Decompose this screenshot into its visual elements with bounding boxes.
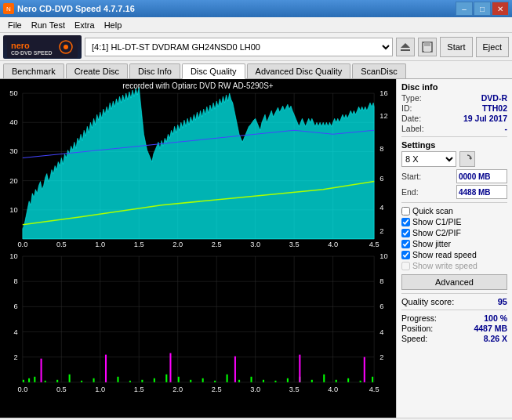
svg-rect-80 [56, 380, 58, 382]
tab-disc-info[interactable]: Disc Info [129, 63, 180, 78]
svg-rect-92 [202, 378, 204, 382]
svg-rect-76 [23, 380, 24, 382]
svg-text:0.0: 0.0 [17, 241, 27, 248]
svg-text:6: 6 [14, 302, 18, 310]
svg-text:4.0: 4.0 [328, 241, 338, 248]
divider-3 [401, 293, 507, 294]
tab-disc-quality[interactable]: Disc Quality [182, 63, 245, 79]
end-field[interactable] [456, 185, 507, 199]
date-value: 19 Jul 2017 [463, 114, 507, 123]
speed-selector[interactable]: 8 X 4 X 2 X MAX [401, 151, 456, 167]
start-field[interactable] [456, 169, 507, 183]
svg-marker-5 [401, 43, 410, 48]
svg-rect-95 [238, 380, 240, 382]
svg-text:2: 2 [379, 353, 383, 361]
menu-run-test[interactable]: Run Test [27, 19, 70, 31]
svg-text:2.0: 2.0 [172, 386, 183, 393]
progress-row: Progress: 100 % [401, 313, 507, 323]
svg-text:4.0: 4.0 [328, 386, 338, 393]
tab-benchmark[interactable]: Benchmark [3, 63, 64, 78]
tab-advanced-disc-quality[interactable]: Advanced Disc Quality [247, 63, 351, 78]
minimize-button[interactable]: – [456, 2, 473, 16]
svg-rect-112 [364, 357, 365, 382]
advanced-button[interactable]: Advanced [401, 274, 507, 290]
svg-rect-101 [311, 380, 313, 382]
speed-row: 8 X 4 X 2 X MAX [401, 151, 507, 167]
chart-title: recorded with Optiarc DVD RW AD-5290S+ [122, 81, 273, 90]
show-jitter-checkbox[interactable] [401, 240, 410, 248]
chart-area: recorded with Optiarc DVD RW AD-5290S+ [0, 79, 396, 418]
title-bar: N Nero CD-DVD Speed 4.7.7.16 – □ ✕ [0, 0, 512, 17]
disc-info-title: Disc info [401, 82, 507, 92]
divider-2 [401, 202, 507, 203]
quick-scan-checkbox[interactable] [401, 207, 410, 215]
show-write-speed-checkbox [401, 262, 410, 270]
svg-rect-99 [287, 378, 289, 382]
svg-rect-82 [81, 381, 82, 382]
svg-text:3.5: 3.5 [289, 241, 300, 248]
quality-label: Quality score: [401, 297, 454, 306]
tab-create-disc[interactable]: Create Disc [66, 63, 128, 78]
app-title: Nero CD-DVD Speed 4.7.7.16 [17, 4, 135, 13]
svg-text:4: 4 [14, 328, 18, 336]
save-icon[interactable] [418, 38, 437, 56]
menu-file[interactable]: File [3, 19, 27, 31]
main-content: recorded with Optiarc DVD RW AD-5290S+ [0, 79, 512, 418]
menu-extra[interactable]: Extra [70, 19, 100, 31]
svg-rect-110 [234, 357, 236, 382]
svg-text:0.5: 0.5 [56, 241, 67, 248]
show-read-speed-checkbox[interactable] [401, 251, 410, 259]
svg-text:4.5: 4.5 [369, 386, 379, 393]
position-label: Position: [401, 324, 433, 333]
close-button[interactable]: ✕ [492, 2, 509, 16]
tab-scan-disc[interactable]: ScanDisc [352, 63, 405, 78]
type-label: Type: [401, 93, 422, 103]
svg-text:nero: nero [11, 41, 30, 50]
svg-rect-106 [372, 377, 373, 382]
start-button[interactable]: Start [440, 37, 472, 57]
svg-rect-79 [45, 381, 46, 382]
show-c1pie-label: Show C1/PIE [412, 217, 461, 226]
show-c2pif-checkbox[interactable] [401, 229, 410, 237]
svg-rect-8 [424, 42, 430, 46]
drive-selector[interactable]: [4:1] HL-DT-ST DVDRAM GH24NSD0 LH00 [85, 38, 393, 56]
svg-text:50: 50 [9, 89, 17, 97]
end-label: End: [401, 187, 419, 197]
menu-help[interactable]: Help [100, 19, 127, 31]
start-label: Start: [401, 172, 421, 181]
id-value: TTH02 [482, 103, 507, 113]
svg-text:1.0: 1.0 [95, 241, 105, 248]
show-c2pif-row: Show C2/PIF [401, 228, 507, 237]
svg-rect-93 [214, 381, 216, 382]
svg-text:4.5: 4.5 [369, 241, 379, 248]
maximize-button[interactable]: □ [474, 2, 491, 16]
svg-rect-98 [274, 381, 276, 382]
quality-value: 95 [498, 297, 507, 306]
svg-rect-83 [93, 378, 95, 382]
refresh-icon[interactable] [459, 151, 475, 167]
nero-logo: nero CD·DVD SPEED [3, 35, 82, 59]
speed-row-2: Speed: 8.26 X [401, 334, 507, 343]
svg-text:8: 8 [14, 277, 18, 285]
svg-rect-81 [69, 375, 71, 382]
svg-rect-104 [347, 378, 349, 382]
show-c1pie-checkbox[interactable] [401, 218, 410, 226]
show-jitter-label: Show jitter [412, 239, 451, 248]
show-write-speed-label: Show write speed [412, 261, 478, 270]
svg-text:8: 8 [379, 277, 383, 285]
svg-rect-86 [129, 381, 131, 382]
eject-button[interactable]: Eject [476, 37, 509, 57]
show-c2pif-label: Show C2/PIF [412, 228, 461, 237]
svg-text:3.5: 3.5 [289, 386, 300, 393]
eject-icon[interactable] [396, 38, 415, 56]
svg-point-4 [64, 45, 68, 49]
svg-text:3.0: 3.0 [250, 241, 260, 248]
svg-text:8: 8 [379, 146, 383, 154]
svg-rect-9 [424, 48, 430, 52]
svg-rect-87 [141, 380, 143, 382]
svg-text:2.0: 2.0 [172, 241, 183, 248]
svg-text:CD·DVD SPEED: CD·DVD SPEED [11, 50, 53, 56]
divider-4 [401, 310, 507, 310]
svg-rect-103 [336, 380, 337, 382]
svg-text:2: 2 [14, 353, 18, 361]
